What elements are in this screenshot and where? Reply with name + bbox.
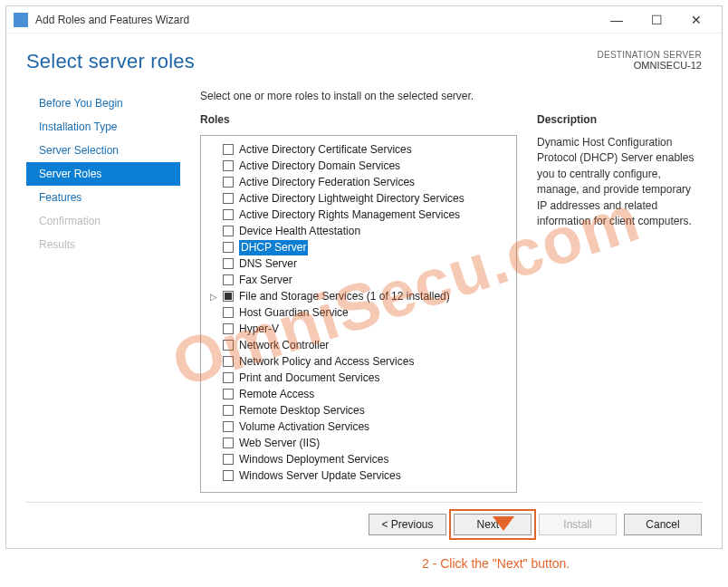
role-checkbox[interactable] — [223, 209, 234, 220]
role-item[interactable]: Network Policy and Access Services — [205, 353, 512, 370]
nav-item-installation-type[interactable]: Installation Type — [26, 115, 180, 139]
role-item[interactable]: Remote Desktop Services — [205, 402, 512, 419]
maximize-button[interactable]: ☐ — [637, 7, 676, 33]
role-label: Remote Access — [239, 387, 314, 402]
role-label: Device Health Attestation — [239, 224, 360, 239]
roles-column: Roles Active Directory Certificate Servi… — [200, 113, 517, 493]
description-text: Dynamic Host Configuration Protocol (DHC… — [537, 135, 702, 229]
role-label: Network Controller — [239, 338, 329, 353]
role-item[interactable]: Windows Deployment Services — [205, 451, 512, 467]
role-item[interactable]: Print and Document Services — [205, 370, 512, 386]
role-checkbox[interactable] — [223, 177, 234, 188]
role-label: Web Server (IIS) — [239, 436, 320, 451]
window-controls: — ☐ ✕ — [597, 7, 716, 33]
role-checkbox[interactable] — [223, 307, 234, 318]
role-label: Fax Server — [239, 273, 292, 288]
roles-listbox[interactable]: Active Directory Certificate ServicesAct… — [200, 135, 517, 493]
role-label: Active Directory Rights Management Servi… — [239, 207, 460, 223]
role-label: Windows Deployment Services — [239, 452, 388, 467]
role-checkbox[interactable] — [223, 438, 234, 448]
nav-item-confirmation: Confirmation — [26, 209, 180, 233]
previous-button[interactable]: < Previous — [369, 514, 446, 535]
titlebar: Add Roles and Features Wizard — ☐ ✕ — [6, 6, 722, 34]
role-label: File and Storage Services (1 of 12 insta… — [239, 289, 450, 304]
role-label: Volume Activation Services — [239, 419, 369, 435]
role-checkbox[interactable] — [223, 242, 234, 253]
role-item[interactable]: Active Directory Lightweight Directory S… — [205, 190, 512, 207]
nav-item-features[interactable]: Features — [26, 186, 180, 209]
body: Before You BeginInstallation TypeServer … — [26, 90, 702, 493]
role-item[interactable]: Active Directory Rights Management Servi… — [205, 207, 512, 223]
expand-icon[interactable]: ▷ — [210, 289, 219, 304]
role-item[interactable]: Windows Server Update Services — [205, 467, 512, 484]
role-checkbox[interactable] — [223, 258, 234, 269]
role-checkbox[interactable] — [223, 356, 234, 367]
role-item[interactable]: Network Controller — [205, 337, 512, 353]
role-item[interactable]: Hyper-V — [205, 321, 512, 337]
content: Select server roles DESTINATION SERVER O… — [6, 34, 722, 548]
minimize-button[interactable]: — — [597, 7, 637, 33]
role-label: Active Directory Federation Services — [239, 175, 415, 190]
cancel-button[interactable]: Cancel — [624, 514, 702, 535]
role-item[interactable]: DHCP Server — [205, 239, 512, 255]
role-item[interactable]: Remote Access — [205, 386, 512, 402]
role-item[interactable]: Device Health Attestation — [205, 223, 512, 239]
role-label: Hyper-V — [239, 322, 279, 337]
role-label: Active Directory Lightweight Directory S… — [239, 191, 465, 207]
role-label: Host Guardian Service — [239, 305, 349, 321]
roles-header: Roles — [200, 113, 517, 126]
role-checkbox[interactable] — [223, 160, 234, 171]
nav-item-before-you-begin[interactable]: Before You Begin — [26, 91, 180, 115]
window-title: Add Roles and Features Wizard — [35, 14, 597, 26]
role-checkbox[interactable] — [223, 274, 234, 285]
role-item[interactable]: Active Directory Certificate Services — [205, 141, 512, 158]
nav-item-server-selection[interactable]: Server Selection — [26, 139, 180, 162]
role-item[interactable]: DNS Server — [205, 255, 512, 272]
role-item[interactable]: Active Directory Domain Services — [205, 158, 512, 174]
role-checkbox[interactable] — [223, 193, 234, 204]
role-checkbox[interactable] — [223, 226, 234, 236]
install-button: Install — [539, 514, 617, 535]
close-button[interactable]: ✕ — [676, 7, 716, 33]
annotation-text: 2 - Click the "Next" button. — [422, 556, 570, 571]
role-item[interactable]: Volume Activation Services — [205, 419, 512, 435]
header-row: Select server roles DESTINATION SERVER O… — [26, 50, 702, 73]
destination-name: OMNISECU-12 — [597, 60, 702, 71]
instruction-text: Select one or more roles to install on t… — [200, 90, 702, 102]
role-label: Active Directory Domain Services — [239, 159, 400, 174]
wizard-window: Add Roles and Features Wizard — ☐ ✕ Sele… — [5, 5, 723, 549]
next-button[interactable]: Next > — [454, 514, 532, 535]
destination-box: DESTINATION SERVER OMNISECU-12 — [597, 50, 702, 71]
role-label: Remote Desktop Services — [239, 403, 365, 419]
role-label: Windows Server Update Services — [239, 468, 401, 484]
role-checkbox[interactable] — [223, 372, 234, 383]
role-label: Network Policy and Access Services — [239, 354, 414, 370]
description-column: Description Dynamic Host Configuration P… — [537, 113, 702, 493]
nav-item-server-roles[interactable]: Server Roles — [26, 162, 180, 186]
role-checkbox[interactable] — [223, 144, 234, 155]
role-checkbox[interactable] — [223, 323, 234, 334]
role-checkbox[interactable] — [223, 421, 234, 432]
role-item[interactable]: Fax Server — [205, 272, 512, 288]
role-item[interactable]: Web Server (IIS) — [205, 435, 512, 451]
app-icon — [14, 13, 28, 27]
role-label: Print and Document Services — [239, 370, 379, 386]
wizard-nav: Before You BeginInstallation TypeServer … — [26, 90, 180, 493]
role-item[interactable]: ▷File and Storage Services (1 of 12 inst… — [205, 288, 512, 304]
footer: < Previous Next > Install Cancel — [26, 502, 702, 535]
role-checkbox[interactable] — [223, 340, 234, 351]
role-checkbox[interactable] — [223, 291, 234, 302]
role-checkbox[interactable] — [223, 389, 234, 399]
role-checkbox[interactable] — [223, 454, 234, 465]
nav-item-results: Results — [26, 233, 180, 256]
page-title: Select server roles — [26, 50, 195, 73]
role-checkbox[interactable] — [223, 405, 234, 416]
role-item[interactable]: Active Directory Federation Services — [205, 174, 512, 190]
role-label: Active Directory Certificate Services — [239, 142, 412, 158]
main-panel: Select one or more roles to install on t… — [180, 90, 702, 493]
role-label: DHCP Server — [239, 240, 308, 255]
destination-label: DESTINATION SERVER — [597, 50, 702, 60]
role-checkbox[interactable] — [223, 470, 234, 481]
role-item[interactable]: Host Guardian Service — [205, 304, 512, 321]
role-label: DNS Server — [239, 256, 297, 272]
